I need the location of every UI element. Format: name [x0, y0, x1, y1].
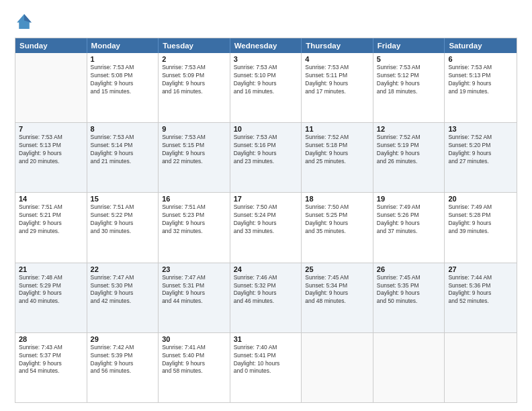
- logo-icon: [15, 12, 34, 31]
- day-number: 20: [448, 195, 513, 203]
- day-number: 3: [234, 55, 298, 63]
- day-number: 29: [91, 335, 155, 343]
- day-info: Sunrise: 7:50 AM Sunset: 5:25 PM Dayligh…: [305, 203, 369, 236]
- day-number: 25: [305, 265, 369, 273]
- day-info: Sunrise: 7:50 AM Sunset: 5:24 PM Dayligh…: [234, 203, 298, 236]
- day-cell: 22Sunrise: 7:47 AM Sunset: 5:30 PM Dayli…: [87, 263, 159, 332]
- day-cell: 12Sunrise: 7:52 AM Sunset: 5:19 PM Dayli…: [373, 123, 445, 192]
- day-cell: 3Sunrise: 7:53 AM Sunset: 5:10 PM Daylig…: [230, 53, 302, 122]
- logo: [15, 12, 36, 31]
- day-info: Sunrise: 7:45 AM Sunset: 5:35 PM Dayligh…: [377, 274, 441, 306]
- day-info: Sunrise: 7:49 AM Sunset: 5:26 PM Dayligh…: [377, 203, 441, 236]
- day-info: Sunrise: 7:52 AM Sunset: 5:20 PM Dayligh…: [448, 134, 513, 166]
- day-number: 26: [377, 265, 441, 273]
- day-cell: 11Sunrise: 7:52 AM Sunset: 5:18 PM Dayli…: [302, 123, 373, 192]
- day-cell: 14Sunrise: 7:51 AM Sunset: 5:21 PM Dayli…: [15, 193, 87, 262]
- day-number: 28: [19, 335, 83, 343]
- calendar-day-name: Friday: [373, 38, 445, 53]
- day-cell: 13Sunrise: 7:52 AM Sunset: 5:20 PM Dayli…: [445, 123, 517, 192]
- calendar-row: 28Sunrise: 7:43 AM Sunset: 5:37 PM Dayli…: [15, 332, 517, 402]
- day-info: Sunrise: 7:48 AM Sunset: 5:29 PM Dayligh…: [19, 274, 83, 306]
- day-number: 2: [162, 55, 226, 63]
- day-info: Sunrise: 7:53 AM Sunset: 5:13 PM Dayligh…: [448, 64, 513, 96]
- day-cell: 9Sunrise: 7:53 AM Sunset: 5:15 PM Daylig…: [159, 123, 230, 192]
- calendar-day-name: Wednesday: [230, 38, 302, 53]
- day-number: 16: [162, 195, 226, 203]
- day-number: 24: [234, 265, 298, 273]
- day-number: 14: [19, 195, 83, 203]
- day-number: 7: [19, 125, 83, 133]
- day-cell: 7Sunrise: 7:53 AM Sunset: 5:13 PM Daylig…: [15, 123, 87, 192]
- day-cell: 8Sunrise: 7:53 AM Sunset: 5:14 PM Daylig…: [87, 123, 159, 192]
- calendar: SundayMondayTuesdayWednesdayThursdayFrid…: [15, 38, 517, 403]
- header: [15, 12, 517, 31]
- day-number: 15: [91, 195, 155, 203]
- day-info: Sunrise: 7:42 AM Sunset: 5:39 PM Dayligh…: [91, 344, 155, 376]
- day-info: Sunrise: 7:51 AM Sunset: 5:22 PM Dayligh…: [91, 203, 155, 236]
- day-number: 30: [162, 335, 226, 343]
- day-info: Sunrise: 7:43 AM Sunset: 5:37 PM Dayligh…: [19, 344, 83, 376]
- day-cell: 23Sunrise: 7:47 AM Sunset: 5:31 PM Dayli…: [159, 263, 230, 332]
- day-number: 21: [19, 265, 83, 273]
- day-info: Sunrise: 7:49 AM Sunset: 5:28 PM Dayligh…: [448, 203, 513, 236]
- day-number: 23: [162, 265, 226, 273]
- day-cell: 4Sunrise: 7:53 AM Sunset: 5:11 PM Daylig…: [302, 53, 373, 122]
- day-cell: 2Sunrise: 7:53 AM Sunset: 5:09 PM Daylig…: [159, 53, 230, 122]
- day-cell: 24Sunrise: 7:46 AM Sunset: 5:32 PM Dayli…: [230, 263, 302, 332]
- page: SundayMondayTuesdayWednesdayThursdayFrid…: [0, 0, 532, 411]
- day-info: Sunrise: 7:53 AM Sunset: 5:15 PM Dayligh…: [162, 134, 226, 166]
- day-number: 6: [448, 55, 513, 63]
- day-info: Sunrise: 7:47 AM Sunset: 5:31 PM Dayligh…: [162, 274, 226, 306]
- day-info: Sunrise: 7:44 AM Sunset: 5:36 PM Dayligh…: [448, 274, 513, 306]
- day-number: 4: [305, 55, 369, 63]
- day-cell: 15Sunrise: 7:51 AM Sunset: 5:22 PM Dayli…: [87, 193, 159, 262]
- day-number: 22: [91, 265, 155, 273]
- calendar-row: 1Sunrise: 7:53 AM Sunset: 5:08 PM Daylig…: [15, 53, 517, 122]
- day-cell: 20Sunrise: 7:49 AM Sunset: 5:28 PM Dayli…: [445, 193, 517, 262]
- day-cell: [15, 53, 87, 122]
- calendar-header: SundayMondayTuesdayWednesdayThursdayFrid…: [15, 38, 517, 53]
- day-cell: [302, 333, 373, 402]
- day-info: Sunrise: 7:51 AM Sunset: 5:23 PM Dayligh…: [162, 203, 226, 236]
- day-info: Sunrise: 7:52 AM Sunset: 5:19 PM Dayligh…: [377, 134, 441, 166]
- calendar-day-name: Sunday: [15, 38, 87, 53]
- day-number: 1: [91, 55, 155, 63]
- day-cell: 5Sunrise: 7:53 AM Sunset: 5:12 PM Daylig…: [373, 53, 445, 122]
- day-info: Sunrise: 7:53 AM Sunset: 5:11 PM Dayligh…: [305, 64, 369, 96]
- calendar-body: 1Sunrise: 7:53 AM Sunset: 5:08 PM Daylig…: [15, 53, 517, 402]
- day-number: 18: [305, 195, 369, 203]
- day-number: 27: [448, 265, 513, 273]
- day-number: 17: [234, 195, 298, 203]
- day-cell: [445, 333, 517, 402]
- day-cell: 25Sunrise: 7:45 AM Sunset: 5:34 PM Dayli…: [302, 263, 373, 332]
- day-info: Sunrise: 7:53 AM Sunset: 5:08 PM Dayligh…: [91, 64, 155, 96]
- day-info: Sunrise: 7:53 AM Sunset: 5:10 PM Dayligh…: [234, 64, 298, 96]
- day-number: 10: [234, 125, 298, 133]
- day-cell: 10Sunrise: 7:53 AM Sunset: 5:16 PM Dayli…: [230, 123, 302, 192]
- day-info: Sunrise: 7:47 AM Sunset: 5:30 PM Dayligh…: [91, 274, 155, 306]
- calendar-day-name: Saturday: [445, 38, 517, 53]
- day-number: 9: [162, 125, 226, 133]
- calendar-day-name: Monday: [87, 38, 159, 53]
- day-cell: 21Sunrise: 7:48 AM Sunset: 5:29 PM Dayli…: [15, 263, 87, 332]
- day-number: 31: [234, 335, 298, 343]
- calendar-row: 7Sunrise: 7:53 AM Sunset: 5:13 PM Daylig…: [15, 122, 517, 192]
- calendar-row: 21Sunrise: 7:48 AM Sunset: 5:29 PM Dayli…: [15, 263, 517, 332]
- day-info: Sunrise: 7:40 AM Sunset: 5:41 PM Dayligh…: [234, 344, 298, 376]
- day-cell: 16Sunrise: 7:51 AM Sunset: 5:23 PM Dayli…: [159, 193, 230, 262]
- day-number: 11: [305, 125, 369, 133]
- day-number: 8: [91, 125, 155, 133]
- day-cell: [373, 333, 445, 402]
- calendar-row: 14Sunrise: 7:51 AM Sunset: 5:21 PM Dayli…: [15, 192, 517, 262]
- day-cell: 17Sunrise: 7:50 AM Sunset: 5:24 PM Dayli…: [230, 193, 302, 262]
- day-cell: 29Sunrise: 7:42 AM Sunset: 5:39 PM Dayli…: [87, 333, 159, 402]
- day-number: 12: [377, 125, 441, 133]
- day-info: Sunrise: 7:53 AM Sunset: 5:13 PM Dayligh…: [19, 134, 83, 166]
- day-info: Sunrise: 7:53 AM Sunset: 5:14 PM Dayligh…: [91, 134, 155, 166]
- day-info: Sunrise: 7:41 AM Sunset: 5:40 PM Dayligh…: [162, 344, 226, 376]
- day-info: Sunrise: 7:53 AM Sunset: 5:09 PM Dayligh…: [162, 64, 226, 96]
- calendar-day-name: Tuesday: [159, 38, 230, 53]
- day-cell: 28Sunrise: 7:43 AM Sunset: 5:37 PM Dayli…: [15, 333, 87, 402]
- day-cell: 1Sunrise: 7:53 AM Sunset: 5:08 PM Daylig…: [87, 53, 159, 122]
- day-number: 19: [377, 195, 441, 203]
